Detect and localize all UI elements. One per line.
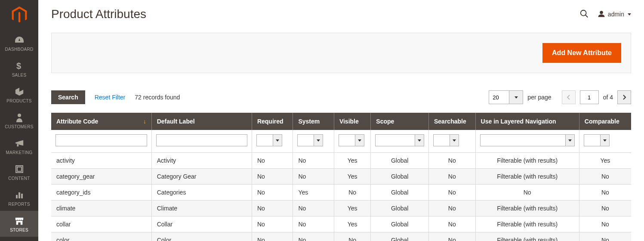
cell-scope: Global: [371, 153, 429, 169]
cell-system: No: [293, 169, 334, 185]
top-bar: Product Attributes admin: [51, 0, 631, 28]
svg-rect-4: [16, 195, 18, 198]
cell-label: Activity: [151, 153, 252, 169]
table-row[interactable]: category_idsCategoriesNoYesNoGlobalNoNoN…: [51, 185, 631, 201]
cell-label: Categories: [151, 185, 252, 201]
table-row[interactable]: activityActivityNoNoYesGlobalNoFilterabl…: [51, 153, 631, 169]
column-header-code[interactable]: Attribute Code↓: [51, 113, 151, 130]
filter-cell-searchable: [429, 130, 476, 153]
per-page-dropdown-button[interactable]: [509, 90, 523, 104]
filter-cell-scope: [371, 130, 429, 153]
column-label: Searchable: [434, 118, 466, 125]
filter-cell-required: [252, 130, 293, 153]
filter-select-layered[interactable]: [480, 134, 575, 146]
filter-select-button-system[interactable]: [314, 134, 323, 146]
sidebar-item-sales[interactable]: $SALES: [0, 56, 38, 82]
sidebar-item-dashboard[interactable]: DASHBOARD: [0, 30, 38, 56]
svg-rect-3: [17, 167, 22, 171]
sales-icon: $: [16, 61, 22, 71]
sidebar-item-products[interactable]: PRODUCTS: [0, 82, 38, 108]
sidebar-item-label: SALES: [12, 73, 27, 77]
search-button[interactable]: Search: [51, 90, 85, 104]
sort-asc-icon: ↓: [143, 118, 146, 125]
column-header-layered[interactable]: Use in Layered Navigation: [475, 113, 579, 130]
column-header-system[interactable]: System: [293, 113, 334, 130]
user-menu[interactable]: admin: [598, 10, 631, 19]
cell-label: Collar: [151, 216, 252, 232]
cell-layered: No: [475, 185, 579, 201]
column-label: Default Label: [157, 118, 195, 125]
column-header-required[interactable]: Required: [252, 113, 293, 130]
search-icon[interactable]: [579, 9, 589, 20]
sidebar-item-reports[interactable]: REPORTS: [0, 185, 38, 211]
cell-comparable: No: [579, 201, 631, 216]
table-row[interactable]: category_gearCategory GearNoNoYesGlobalN…: [51, 169, 631, 185]
cell-searchable: No: [429, 185, 476, 201]
cell-searchable: No: [429, 216, 476, 232]
filter-input-code[interactable]: [55, 134, 147, 146]
filter-select-button-layered[interactable]: [565, 134, 575, 146]
cell-comparable: No: [579, 216, 631, 232]
column-header-searchable[interactable]: Searchable: [429, 113, 476, 130]
cell-code: category_gear: [51, 169, 151, 185]
cell-visible: No: [334, 185, 370, 201]
column-label: Attribute Code: [56, 118, 98, 125]
attributes-grid: Attribute Code↓Default LabelRequiredSyst…: [51, 113, 631, 241]
cell-required: No: [252, 169, 293, 185]
user-label: admin: [608, 11, 624, 18]
filter-input-label[interactable]: [156, 134, 247, 146]
filter-select-button-visible[interactable]: [355, 134, 364, 146]
sidebar-item-customers[interactable]: CUSTOMERS: [0, 108, 38, 133]
svg-point-7: [581, 10, 586, 15]
column-header-visible[interactable]: Visible: [334, 113, 370, 130]
dashboard-icon: [14, 35, 25, 45]
table-row[interactable]: colorColorNoNoNoGlobalNoFilterable (with…: [51, 232, 631, 241]
cell-layered: Filterable (with results): [475, 201, 579, 216]
table-row[interactable]: collarCollarNoNoYesGlobalNoFilterable (w…: [51, 216, 631, 232]
filter-select-button-searchable[interactable]: [450, 134, 459, 146]
cell-system: No: [293, 216, 334, 232]
column-label: Visible: [339, 118, 359, 125]
table-row[interactable]: climateClimateNoNoYesGlobalNoFilterable …: [51, 201, 631, 216]
sidebar-item-stores[interactable]: STORES: [0, 211, 38, 237]
chevron-down-icon: [515, 96, 518, 99]
page-total-label: of 4: [603, 94, 613, 101]
cell-layered: Filterable (with results): [475, 216, 579, 232]
next-page-button[interactable]: [617, 90, 631, 104]
admin-sidebar: DASHBOARD$SALESPRODUCTSCUSTOMERSMARKETIN…: [0, 0, 38, 241]
sidebar-item-label: PRODUCTS: [6, 99, 32, 103]
records-found: 72 records found: [135, 94, 180, 101]
page-number-input[interactable]: [580, 90, 599, 104]
filter-cell-code: [51, 130, 151, 153]
sidebar-item-label: DASHBOARD: [5, 47, 33, 52]
customers-icon: [16, 113, 23, 122]
sidebar-item-label: REPORTS: [8, 202, 30, 207]
magento-logo[interactable]: [0, 0, 38, 30]
cell-layered: Filterable (with results): [475, 169, 579, 185]
cell-code: collar: [51, 216, 151, 232]
cell-required: No: [252, 185, 293, 201]
column-header-label[interactable]: Default Label: [151, 113, 252, 130]
column-header-scope[interactable]: Scope: [371, 113, 429, 130]
reset-filter-link[interactable]: Reset Filter: [95, 94, 126, 101]
cell-searchable: No: [429, 169, 476, 185]
cell-required: No: [252, 201, 293, 216]
stores-icon: [15, 216, 24, 226]
svg-point-1: [18, 114, 21, 117]
prev-page-button[interactable]: [562, 90, 576, 104]
sidebar-item-label: STORES: [10, 228, 28, 232]
per-page-input[interactable]: [489, 90, 509, 104]
cell-visible: Yes: [334, 153, 370, 169]
sidebar-item-content[interactable]: CONTENT: [0, 159, 38, 185]
cell-system: No: [293, 232, 334, 241]
chevron-down-icon: [568, 139, 572, 142]
cell-label: Climate: [151, 201, 252, 216]
sidebar-item-marketing[interactable]: MARKETING: [0, 133, 38, 159]
cell-label: Color: [151, 232, 252, 241]
filter-select-button-required[interactable]: [273, 134, 282, 146]
column-header-comparable[interactable]: Comparable: [579, 113, 631, 130]
filter-select-button-comparable[interactable]: [600, 134, 610, 146]
filter-select-button-scope[interactable]: [415, 134, 424, 146]
add-new-attribute-button[interactable]: Add New Attribute: [542, 43, 621, 63]
cell-scope: Global: [371, 185, 429, 201]
